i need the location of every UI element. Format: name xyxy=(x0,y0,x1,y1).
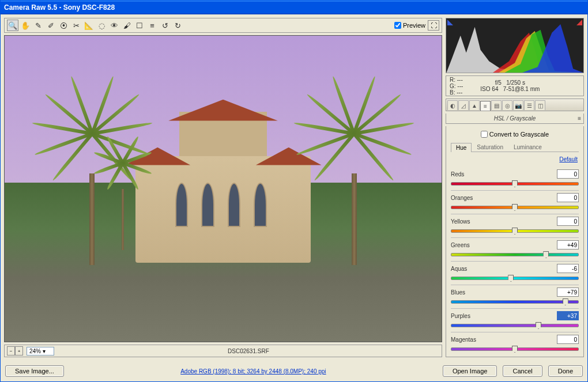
slider-value-input[interactable] xyxy=(557,169,579,179)
exif-shutter: 1/250 s xyxy=(506,80,525,86)
slider-label: Purples xyxy=(451,313,470,319)
slider-track[interactable] xyxy=(451,345,579,353)
exif-iso: ISO 64 xyxy=(480,86,498,92)
slider-track[interactable] xyxy=(451,203,579,211)
tab-split-icon[interactable]: ▤ xyxy=(491,100,502,110)
grayscale-checkbox[interactable]: Convert to Grayscale xyxy=(481,131,549,138)
subtab-hue[interactable]: Hue xyxy=(451,143,472,152)
hsl-subtabs: Hue Saturation Luminance xyxy=(451,142,579,152)
preview-label: Preview xyxy=(403,22,425,29)
image-preview-frame[interactable] xyxy=(4,35,442,342)
done-button[interactable]: Done xyxy=(548,365,583,377)
fullscreen-icon[interactable]: ⛶ xyxy=(428,20,439,31)
slider-thumb[interactable] xyxy=(563,298,568,305)
list-icon[interactable]: ≡ xyxy=(146,20,158,31)
redeye-tool-icon[interactable]: 👁 xyxy=(108,20,120,31)
open-image-button[interactable]: Open Image xyxy=(443,365,497,377)
settings-tabstrip: ◐ ◿ ▲ ≡ ▤ ◎ 📷 ☰ ◫ xyxy=(446,99,584,111)
slider-aquas: Aquas xyxy=(451,263,579,283)
hand-tool-icon[interactable]: ✋ xyxy=(20,20,31,31)
slider-thumb[interactable] xyxy=(536,322,541,329)
slider-value-input[interactable] xyxy=(557,217,579,226)
slider-blues: Blues xyxy=(451,286,579,307)
content-area: 🔍 ✋ ✎ ✐ ⦿ ✂ 📐 ◌ 👁 🖌 ☐ ≡ ↺ ↻ Preview xyxy=(1,14,587,361)
straighten-tool-icon[interactable]: 📐 xyxy=(83,20,95,31)
cancel-button[interactable]: Cancel xyxy=(503,365,542,377)
slider-thumb[interactable] xyxy=(543,251,549,258)
slider-purples: Purples xyxy=(451,310,579,331)
slider-track[interactable] xyxy=(451,322,579,330)
panel-menu-icon[interactable]: ≡ xyxy=(578,114,581,124)
color-sampler-tool-icon[interactable]: ✐ xyxy=(45,20,56,31)
filename-label: DSC02631.SRF xyxy=(58,348,439,354)
tab-snapshots-icon[interactable]: ◫ xyxy=(535,100,545,110)
adjustment-brush-icon[interactable]: 🖌 xyxy=(121,20,133,31)
tool-toolbar: 🔍 ✋ ✎ ✐ ⦿ ✂ 📐 ◌ 👁 🖌 ☐ ≡ ↺ ↻ Preview xyxy=(4,18,442,33)
exif-focal: 7-51@8.1 mm xyxy=(503,86,540,92)
slider-label: Blues xyxy=(451,289,465,296)
slider-track[interactable] xyxy=(451,180,579,188)
zoom-out-button[interactable]: − xyxy=(7,346,15,355)
slider-magentas: Magentas xyxy=(451,334,579,354)
slider-label: Oranges xyxy=(451,195,473,201)
slider-label: Aquas xyxy=(451,266,467,272)
white-balance-tool-icon[interactable]: ✎ xyxy=(32,20,44,31)
hsl-panel: Convert to Grayscale Hue Saturation Lumi… xyxy=(446,126,584,357)
slider-label: Reds xyxy=(451,171,464,177)
tab-camera-icon[interactable]: 📷 xyxy=(513,100,523,110)
rotate-cw-icon[interactable]: ↻ xyxy=(172,20,183,31)
grayscale-label: Convert to Grayscale xyxy=(489,131,549,138)
tab-basic-icon[interactable]: ◐ xyxy=(447,100,458,110)
targeted-adjust-tool-icon[interactable]: ⦿ xyxy=(58,20,69,31)
slider-track[interactable] xyxy=(451,298,579,306)
image-info-bar: − + 24% ▾ DSC02631.SRF xyxy=(4,345,442,357)
slider-thumb[interactable] xyxy=(512,346,518,353)
slider-label: Greens xyxy=(451,242,470,248)
tab-detail-icon[interactable]: ▲ xyxy=(469,100,480,110)
slider-value-input[interactable] xyxy=(557,311,579,320)
camera-raw-window: Camera Raw 5.5 - Sony DSC-F828 🔍 ✋ ✎ ✐ ⦿… xyxy=(0,0,588,382)
crop-tool-icon[interactable]: ✂ xyxy=(70,20,82,31)
preview-checkbox-input[interactable] xyxy=(394,22,401,29)
exif-r: R: --- xyxy=(450,77,463,83)
slider-value-input[interactable] xyxy=(557,288,579,297)
prefs-icon[interactable]: ☐ xyxy=(134,20,145,31)
rotate-ccw-icon[interactable]: ↺ xyxy=(159,20,171,31)
exif-aperture: f/5 xyxy=(495,80,502,86)
preview-checkbox[interactable]: Preview xyxy=(394,22,425,29)
zoom-tool-icon[interactable]: 🔍 xyxy=(7,20,18,31)
slider-value-input[interactable] xyxy=(557,335,579,344)
left-pane: 🔍 ✋ ✎ ✐ ⦿ ✂ 📐 ◌ 👁 🖌 ☐ ≡ ↺ ↻ Preview xyxy=(4,18,442,357)
workflow-options-link[interactable]: Adobe RGB (1998); 8 bit; 3264 by 2448 (8… xyxy=(180,368,326,375)
histogram[interactable] xyxy=(446,18,584,73)
slider-greens: Greens xyxy=(451,239,579,260)
subtab-luminance[interactable]: Luminance xyxy=(508,142,547,152)
slider-value-input[interactable] xyxy=(557,193,579,202)
slider-label: Yellows xyxy=(451,218,470,225)
tab-hsl-icon[interactable]: ≡ xyxy=(480,101,491,111)
slider-track[interactable] xyxy=(451,274,579,282)
zoom-select[interactable]: 24% ▾ xyxy=(27,347,54,355)
slider-label: Magentas xyxy=(451,336,476,343)
grayscale-checkbox-input[interactable] xyxy=(481,131,488,138)
zoom-in-button[interactable]: + xyxy=(15,346,23,355)
slider-thumb[interactable] xyxy=(512,180,518,187)
exif-info: R: --- G: --- B: --- f/5 1/250 s ISO 64 … xyxy=(446,75,584,96)
slider-thumb[interactable] xyxy=(512,228,518,235)
save-image-button[interactable]: Save Image... xyxy=(5,365,64,377)
panel-title: HSL / Grayscale ≡ xyxy=(446,114,584,124)
slider-value-input[interactable] xyxy=(557,264,579,273)
titlebar[interactable]: Camera Raw 5.5 - Sony DSC-F828 xyxy=(1,1,587,14)
spot-removal-tool-icon[interactable]: ◌ xyxy=(96,20,107,31)
slider-oranges: Oranges xyxy=(451,192,579,213)
slider-thumb[interactable] xyxy=(512,204,518,211)
tab-curve-icon[interactable]: ◿ xyxy=(458,100,469,110)
subtab-saturation[interactable]: Saturation xyxy=(472,142,508,152)
slider-track[interactable] xyxy=(451,251,579,259)
tab-presets-icon[interactable]: ☰ xyxy=(524,100,534,110)
tab-lens-icon[interactable]: ◎ xyxy=(502,100,512,110)
slider-thumb[interactable] xyxy=(508,275,514,282)
slider-track[interactable] xyxy=(451,227,579,235)
default-link[interactable]: Default xyxy=(559,156,578,162)
slider-value-input[interactable] xyxy=(557,240,579,249)
